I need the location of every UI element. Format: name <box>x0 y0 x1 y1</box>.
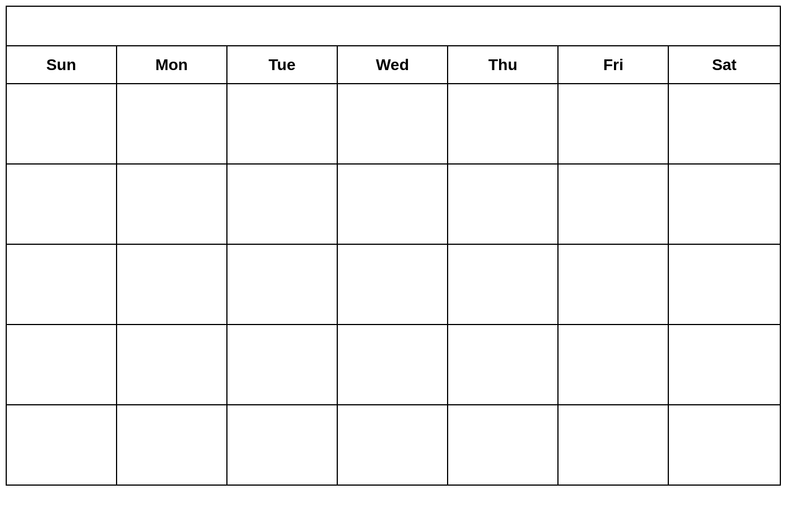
calendar-days-header: Sun Mon Tue Wed Thu Fri Sat <box>7 46 780 84</box>
cell-w2-sun[interactable] <box>7 165 117 244</box>
cell-w5-sat[interactable] <box>669 405 779 485</box>
cell-w4-sun[interactable] <box>7 325 117 404</box>
cell-w3-wed[interactable] <box>338 245 448 324</box>
cell-w3-mon[interactable] <box>117 245 227 324</box>
cell-w5-sun[interactable] <box>7 405 117 485</box>
day-header-sat: Sat <box>669 46 779 83</box>
day-header-wed: Wed <box>338 46 448 83</box>
calendar-week-3 <box>7 245 780 325</box>
cell-w2-wed[interactable] <box>338 165 448 244</box>
cell-w1-tue[interactable] <box>227 84 338 163</box>
cell-w3-sun[interactable] <box>7 245 117 324</box>
cell-w4-wed[interactable] <box>338 325 448 404</box>
day-header-tue: Tue <box>227 46 338 83</box>
cell-w5-mon[interactable] <box>117 405 227 485</box>
calendar-title-row <box>7 7 780 46</box>
cell-w1-wed[interactable] <box>338 84 448 163</box>
cell-w4-tue[interactable] <box>227 325 338 404</box>
cell-w4-mon[interactable] <box>117 325 227 404</box>
calendar-week-1 <box>7 84 780 165</box>
cell-w5-thu[interactable] <box>448 405 559 485</box>
cell-w3-fri[interactable] <box>559 245 669 324</box>
calendar-week-2 <box>7 165 780 245</box>
day-header-mon: Mon <box>117 46 227 83</box>
calendar-body <box>7 84 780 485</box>
cell-w5-wed[interactable] <box>338 405 448 485</box>
cell-w1-sat[interactable] <box>669 84 779 163</box>
cell-w1-mon[interactable] <box>117 84 227 163</box>
cell-w2-mon[interactable] <box>117 165 227 244</box>
calendar-week-4 <box>7 325 780 405</box>
cell-w5-fri[interactable] <box>559 405 669 485</box>
cell-w5-tue[interactable] <box>227 405 338 485</box>
cell-w1-thu[interactable] <box>448 84 559 163</box>
calendar: Sun Mon Tue Wed Thu Fri Sat <box>6 6 781 486</box>
day-header-thu: Thu <box>448 46 559 83</box>
cell-w3-tue[interactable] <box>227 245 338 324</box>
calendar-week-5 <box>7 405 780 485</box>
cell-w4-sat[interactable] <box>669 325 779 404</box>
cell-w4-thu[interactable] <box>448 325 559 404</box>
cell-w3-thu[interactable] <box>448 245 559 324</box>
cell-w2-sat[interactable] <box>669 165 779 244</box>
cell-w1-sun[interactable] <box>7 84 117 163</box>
cell-w1-fri[interactable] <box>559 84 669 163</box>
cell-w4-fri[interactable] <box>559 325 669 404</box>
cell-w2-tue[interactable] <box>227 165 338 244</box>
day-header-sun: Sun <box>7 46 117 83</box>
cell-w2-thu[interactable] <box>448 165 559 244</box>
cell-w3-sat[interactable] <box>669 245 779 324</box>
cell-w2-fri[interactable] <box>559 165 669 244</box>
day-header-fri: Fri <box>559 46 669 83</box>
